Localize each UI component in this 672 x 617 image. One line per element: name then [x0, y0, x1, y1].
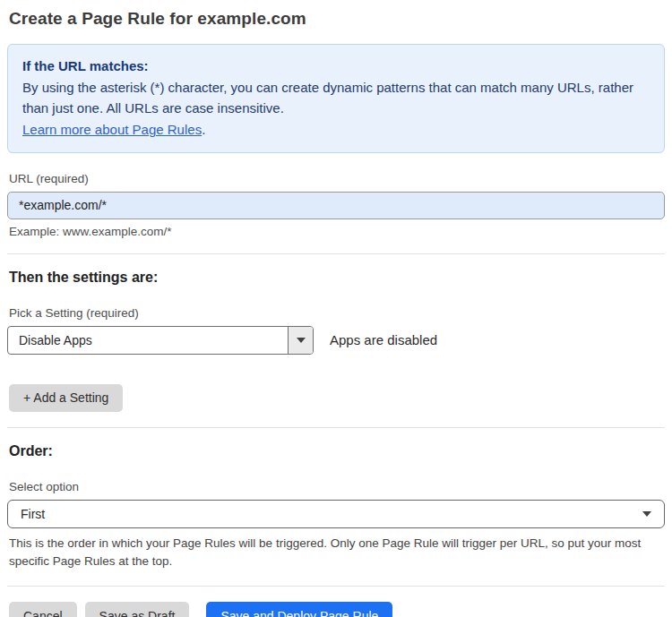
cancel-button[interactable]: Cancel	[9, 602, 77, 617]
url-example-helper: Example: www.example.com/*	[9, 225, 665, 238]
setting-dropdown-value: Disable Apps	[8, 327, 288, 354]
save-as-draft-button[interactable]: Save as Draft	[85, 602, 190, 617]
save-and-deploy-button[interactable]: Save and Deploy Page Rule	[206, 602, 392, 617]
pick-setting-label: Pick a Setting (required)	[9, 306, 665, 320]
caret-down-icon	[297, 338, 306, 343]
footer-actions: Cancel Save as Draft Save and Deploy Pag…	[9, 602, 665, 617]
divider	[7, 427, 665, 428]
divider	[7, 586, 665, 587]
setting-picker-row: Disable Apps Apps are disabled	[7, 326, 665, 355]
order-select-label: Select option	[9, 480, 665, 493]
url-match-info-box: If the URL matches: By using the asteris…	[7, 44, 665, 153]
divider	[7, 253, 665, 254]
caret-down-icon	[642, 511, 651, 517]
link-period: .	[202, 122, 205, 137]
settings-section-heading: Then the settings are:	[9, 270, 665, 286]
setting-dropdown-caret-button[interactable]	[288, 327, 313, 354]
info-box-link-line: Learn more about Page Rules.	[22, 119, 650, 141]
setting-status-text: Apps are disabled	[330, 332, 437, 347]
info-box-body: By using the asterisk (*) character, you…	[22, 77, 650, 119]
order-select[interactable]: First	[7, 500, 665, 528]
order-helper-text: This is the order in which your Page Rul…	[9, 535, 663, 571]
add-setting-button[interactable]: + Add a Setting	[9, 384, 123, 412]
setting-dropdown[interactable]: Disable Apps	[7, 326, 314, 355]
learn-more-link[interactable]: Learn more about Page Rules	[22, 122, 202, 137]
order-select-value: First	[21, 507, 642, 521]
url-input[interactable]	[7, 192, 665, 219]
page-title: Create a Page Rule for example.com	[9, 9, 665, 29]
info-box-heading: If the URL matches:	[22, 56, 650, 77]
url-field-label: URL (required)	[9, 172, 665, 185]
order-section-heading: Order:	[9, 443, 665, 459]
